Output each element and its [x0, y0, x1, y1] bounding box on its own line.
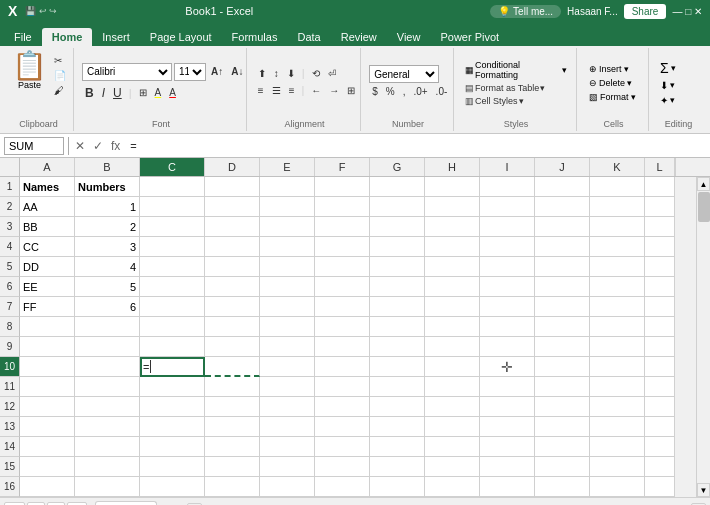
increase-decimal-button[interactable]: .0+ — [410, 85, 430, 98]
cell-K11[interactable] — [590, 377, 645, 397]
cell-L5[interactable] — [645, 257, 675, 277]
col-header-J[interactable]: J — [535, 158, 590, 176]
cell-F9[interactable] — [315, 337, 370, 357]
scroll-down-button[interactable]: ▼ — [697, 483, 710, 497]
cell-L15[interactable] — [645, 457, 675, 477]
row-num-13[interactable]: 13 — [0, 417, 20, 437]
cell-H7[interactable] — [425, 297, 480, 317]
cell-G4[interactable] — [370, 237, 425, 257]
cell-E3[interactable] — [260, 217, 315, 237]
accounting-button[interactable]: $ — [369, 85, 381, 98]
indent-decrease-button[interactable]: ← — [308, 84, 324, 97]
cell-C11[interactable] — [140, 377, 205, 397]
cell-C1[interactable] — [140, 177, 205, 197]
number-format-select[interactable]: General — [369, 65, 439, 83]
cell-D13[interactable] — [205, 417, 260, 437]
confirm-formula-button[interactable]: ✓ — [91, 139, 105, 153]
scroll-up-button[interactable]: ▲ — [697, 177, 710, 191]
cell-J5[interactable] — [535, 257, 590, 277]
cell-B8[interactable] — [75, 317, 140, 337]
cell-C15[interactable] — [140, 457, 205, 477]
cell-K3[interactable] — [590, 217, 645, 237]
cell-L2[interactable] — [645, 197, 675, 217]
col-header-G[interactable]: G — [370, 158, 425, 176]
col-header-I[interactable]: I — [480, 158, 535, 176]
cell-L1[interactable] — [645, 177, 675, 197]
cell-D15[interactable] — [205, 457, 260, 477]
cell-L11[interactable] — [645, 377, 675, 397]
paste-button[interactable]: 📋 Paste — [10, 50, 49, 92]
cell-F5[interactable] — [315, 257, 370, 277]
row-num-9[interactable]: 9 — [0, 337, 20, 357]
cell-I1[interactable] — [480, 177, 535, 197]
cell-K13[interactable] — [590, 417, 645, 437]
format-painter-button[interactable]: 🖌 — [51, 84, 69, 97]
cell-A14[interactable] — [20, 437, 75, 457]
cell-F3[interactable] — [315, 217, 370, 237]
cell-E11[interactable] — [260, 377, 315, 397]
cell-A10[interactable] — [20, 357, 75, 377]
cut-button[interactable]: ✂ — [51, 54, 69, 67]
cell-G13[interactable] — [370, 417, 425, 437]
cell-J1[interactable] — [535, 177, 590, 197]
cell-C6[interactable] — [140, 277, 205, 297]
cell-C2[interactable] — [140, 197, 205, 217]
cell-H4[interactable] — [425, 237, 480, 257]
cell-D5[interactable] — [205, 257, 260, 277]
cell-C13[interactable] — [140, 417, 205, 437]
cell-E8[interactable] — [260, 317, 315, 337]
cell-K4[interactable] — [590, 237, 645, 257]
cell-F13[interactable] — [315, 417, 370, 437]
cell-B1[interactable]: Numbers — [75, 177, 140, 197]
share-button[interactable]: Share — [624, 4, 667, 19]
cell-D9[interactable] — [205, 337, 260, 357]
cell-D7[interactable] — [205, 297, 260, 317]
row-num-16[interactable]: 16 — [0, 477, 20, 497]
cell-J3[interactable] — [535, 217, 590, 237]
cell-G6[interactable] — [370, 277, 425, 297]
cell-F7[interactable] — [315, 297, 370, 317]
cell-E10[interactable] — [260, 357, 315, 377]
cell-K12[interactable] — [590, 397, 645, 417]
cell-I6[interactable] — [480, 277, 535, 297]
cell-D11[interactable] — [205, 377, 260, 397]
fill-color-button[interactable]: A — [152, 86, 165, 99]
cell-E2[interactable] — [260, 197, 315, 217]
cell-I10[interactable]: ✛ — [480, 357, 535, 377]
cell-A6[interactable]: EE — [20, 277, 75, 297]
col-header-E[interactable]: E — [260, 158, 315, 176]
insert-button[interactable]: ⊕ Insert ▾ — [585, 63, 633, 75]
font-color-button[interactable]: A — [166, 86, 179, 99]
col-header-H[interactable]: H — [425, 158, 480, 176]
cell-I14[interactable] — [480, 437, 535, 457]
cell-G7[interactable] — [370, 297, 425, 317]
left-align-button[interactable]: ≡ — [255, 84, 267, 97]
col-header-C[interactable]: C — [140, 158, 205, 176]
cell-H12[interactable] — [425, 397, 480, 417]
row-num-3[interactable]: 3 — [0, 217, 20, 237]
row-num-8[interactable]: 8 — [0, 317, 20, 337]
cell-J10[interactable] — [535, 357, 590, 377]
cell-H16[interactable] — [425, 477, 480, 497]
cell-E13[interactable] — [260, 417, 315, 437]
cell-A5[interactable]: DD — [20, 257, 75, 277]
cell-A13[interactable] — [20, 417, 75, 437]
increase-font-button[interactable]: A↑ — [208, 65, 226, 78]
cell-E12[interactable] — [260, 397, 315, 417]
tell-me-input[interactable]: 💡 Tell me... — [490, 5, 561, 18]
cell-A8[interactable] — [20, 317, 75, 337]
cell-I11[interactable] — [480, 377, 535, 397]
cancel-formula-button[interactable]: ✕ — [73, 139, 87, 153]
cell-D2[interactable] — [205, 197, 260, 217]
cell-J12[interactable] — [535, 397, 590, 417]
tab-file[interactable]: File — [4, 28, 42, 46]
cell-C16[interactable] — [140, 477, 205, 497]
cell-D10[interactable] — [205, 357, 260, 377]
cell-H2[interactable] — [425, 197, 480, 217]
row-num-10[interactable]: 10 — [0, 357, 20, 377]
col-header-D[interactable]: D — [205, 158, 260, 176]
cell-E16[interactable] — [260, 477, 315, 497]
cell-H5[interactable] — [425, 257, 480, 277]
row-num-5[interactable]: 5 — [0, 257, 20, 277]
cell-J8[interactable] — [535, 317, 590, 337]
